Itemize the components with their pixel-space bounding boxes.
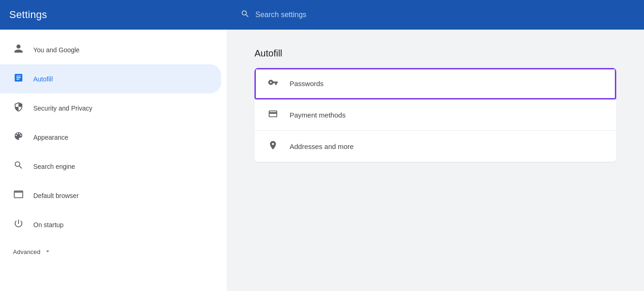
sidebar-item-you-and-google[interactable]: You and Google [0, 35, 221, 64]
person-icon [13, 43, 24, 56]
header-title-area: Settings [9, 9, 236, 21]
location-icon [267, 140, 279, 153]
sidebar: You and Google Autofill Security and Pri… [0, 30, 227, 291]
search-input[interactable] [255, 11, 635, 19]
sidebar-item-autofill[interactable]: Autofill [0, 64, 221, 93]
sidebar-label-on-startup: On startup [33, 221, 63, 229]
autofill-item-payment-methods[interactable]: Payment methods [254, 99, 616, 131]
passwords-label: Passwords [290, 80, 323, 87]
header: Settings [0, 0, 644, 30]
search-engine-icon [13, 160, 24, 173]
sidebar-item-search-engine[interactable]: Search engine [0, 152, 221, 181]
sidebar-label-default-browser: Default browser [33, 192, 79, 199]
sidebar-label-you-and-google: You and Google [33, 46, 80, 54]
section-title: Autofill [254, 48, 616, 59]
power-icon [13, 218, 24, 231]
sidebar-item-security-privacy[interactable]: Security and Privacy [0, 93, 221, 123]
main-layout: You and Google Autofill Security and Pri… [0, 30, 644, 291]
addresses-label: Addresses and more [290, 142, 353, 150]
sidebar-label-autofill: Autofill [33, 75, 53, 83]
sidebar-item-default-browser[interactable]: Default browser [0, 181, 221, 210]
chevron-down-icon [44, 248, 51, 256]
credit-card-icon [267, 109, 279, 121]
key-icon [267, 77, 279, 90]
sidebar-label-search-engine: Search engine [33, 163, 75, 170]
advanced-label: Advanced [13, 248, 40, 255]
autofill-item-addresses[interactable]: Addresses and more [254, 131, 616, 162]
search-icon [241, 9, 250, 21]
shield-icon [13, 102, 24, 114]
sidebar-label-security-privacy: Security and Privacy [33, 105, 93, 112]
palette-icon [13, 131, 24, 143]
autofill-list: Passwords Payment methods Addresse [254, 68, 616, 162]
browser-icon [13, 189, 24, 202]
main-content: Autofill Passwords Payment methods [227, 30, 644, 291]
app-title: Settings [9, 9, 47, 21]
sidebar-item-on-startup[interactable]: On startup [0, 210, 221, 239]
sidebar-label-appearance: Appearance [33, 134, 68, 141]
search-area [236, 9, 635, 21]
advanced-section[interactable]: Advanced [0, 239, 227, 265]
sidebar-item-appearance[interactable]: Appearance [0, 123, 221, 152]
payment-methods-label: Payment methods [290, 111, 346, 119]
autofill-icon [13, 73, 24, 85]
autofill-item-passwords[interactable]: Passwords [254, 68, 616, 99]
